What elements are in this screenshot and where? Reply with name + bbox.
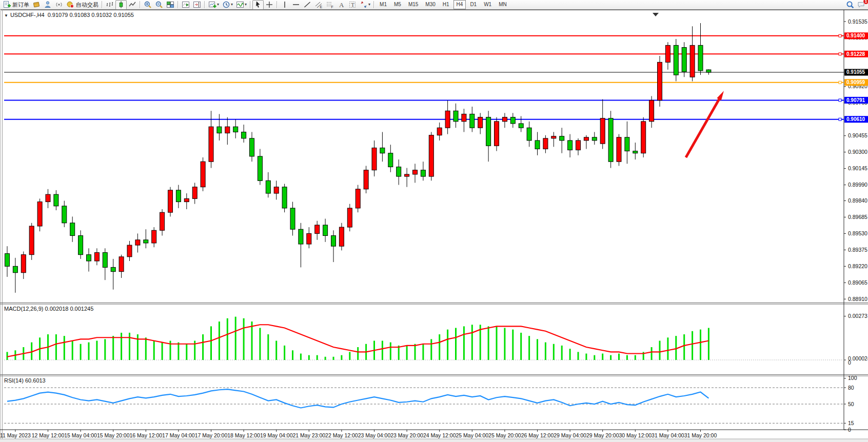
navigator-button[interactable] (42, 0, 53, 10)
profiles-dropdown[interactable]: ▾ (221, 0, 234, 10)
svg-text:100: 100 (848, 375, 857, 381)
svg-text:24 May 12:00: 24 May 12:00 (423, 432, 456, 438)
svg-text:0.90145: 0.90145 (848, 165, 867, 171)
chevron-down-icon[interactable]: ▾ (231, 3, 233, 7)
text-label-button[interactable]: T (347, 0, 358, 10)
chevron-down-icon[interactable]: ▾ (245, 3, 247, 7)
clock-icon (222, 1, 230, 9)
autotrade-icon (66, 1, 74, 9)
chart-background (0, 10, 868, 442)
svg-text:0.88910: 0.88910 (848, 296, 867, 302)
timeframe-button-h1[interactable]: H1 (440, 0, 452, 9)
timeframe-button-m1[interactable]: M1 (377, 0, 390, 9)
search-button[interactable] (844, 0, 856, 10)
toolbar-separator (373, 1, 374, 8)
svg-text:12 May 12:00: 12 May 12:00 (32, 432, 65, 438)
svg-text:0: 0 (848, 359, 851, 366)
svg-text:0.89375: 0.89375 (848, 247, 867, 253)
svg-text:E: E (320, 5, 323, 9)
svg-text:0.89530: 0.89530 (848, 230, 867, 236)
notifications-button[interactable]: 1 (856, 0, 867, 10)
signal-button[interactable] (53, 0, 65, 10)
line-chart-button[interactable] (127, 0, 138, 10)
notification-count-badge: 1 (863, 0, 868, 5)
svg-text:0.89840: 0.89840 (848, 197, 867, 204)
svg-text:0.91228: 0.91228 (846, 51, 865, 57)
svg-text:23 May 04:00: 23 May 04:00 (358, 432, 391, 438)
bars-icon (106, 1, 114, 9)
ohlc-open: 0.91079 (48, 12, 68, 18)
timeframe-button-d1[interactable]: D1 (467, 0, 480, 9)
timeframe-button-m15[interactable]: M15 (405, 0, 421, 9)
arrows-dropdown[interactable]: ▾ (358, 0, 372, 10)
svg-text:15: 15 (848, 420, 854, 426)
svg-text:26 May 12:00: 26 May 12:00 (521, 432, 554, 438)
chart-title: ▼USDCHF-,H4 0.91079 0.91083 0.91032 0.91… (4, 12, 134, 18)
chart-area[interactable]: 0.915350.913800.909200.907650.904550.903… (0, 10, 868, 442)
timeframe-button-w1[interactable]: W1 (481, 0, 495, 9)
autotrading-button-label: 自动交易 (76, 1, 98, 9)
candlestick-chart-button[interactable] (115, 0, 127, 10)
svg-text:0.000024: 0.000024 (848, 355, 868, 361)
toolbar-separator (102, 1, 103, 8)
main-toolbar: 新订单自动交易▾▾▾EFAT▾M1M5M15M30H1H4D1W1MN1 (0, 0, 868, 10)
crosshair-button[interactable] (264, 0, 275, 10)
svg-text:0.90300: 0.90300 (848, 149, 867, 155)
svg-text:29 May 04:00: 29 May 04:00 (554, 432, 586, 438)
macd-name: MACD(12,26,9) (4, 306, 43, 312)
chevron-down-icon[interactable]: ▾ (217, 3, 219, 7)
autotrading-button[interactable]: 自动交易 (65, 0, 100, 10)
tile-windows-button[interactable] (165, 0, 176, 10)
chartshift-icon (193, 1, 201, 9)
text-button[interactable]: A (336, 0, 347, 10)
trendline-button[interactable] (302, 0, 313, 10)
svg-text:15 May 20:00: 15 May 20:00 (97, 432, 130, 438)
svg-text:0.00273: 0.00273 (848, 313, 867, 319)
fibo-icon: F (326, 1, 334, 9)
market-watch-button[interactable] (31, 0, 42, 10)
zoom-out-button[interactable] (153, 0, 165, 10)
timeframe-button-m5[interactable]: M5 (391, 0, 404, 9)
vline-icon (281, 1, 289, 9)
timeframe-button-m30[interactable]: M30 (422, 0, 438, 9)
svg-text:21 May 23:00: 21 May 23:00 (292, 432, 325, 438)
arrows-icon (360, 1, 368, 9)
fibonacci-button[interactable]: F (324, 0, 336, 10)
svg-text:25 May 04:00: 25 May 04:00 (456, 432, 488, 438)
horizontal-line-button[interactable] (290, 0, 302, 10)
chart-symbol: USDCHF-,H4 (10, 12, 45, 18)
svg-text:17 May 04:00: 17 May 04:00 (162, 432, 195, 438)
svg-text:23 May 20:00: 23 May 20:00 (390, 432, 423, 438)
mt4-window: 新订单自动交易▾▾▾EFAT▾M1M5M15M30H1H4D1W1MN1 ▼US… (0, 0, 868, 442)
new-chart-dropdown[interactable]: ▾ (207, 0, 221, 10)
toolbar-group: 新订单自动交易 (1, 0, 100, 9)
toolbar-separator (250, 1, 251, 8)
equidistant-channel-button[interactable]: E (313, 0, 324, 10)
rsi-name: RSI(14) (4, 377, 24, 384)
zoomout-icon (155, 1, 163, 9)
cursor-button[interactable] (252, 0, 264, 10)
crosshair-icon (265, 1, 273, 9)
signal-icon (55, 1, 63, 9)
chart-menu-icon[interactable]: ▼ (4, 13, 8, 18)
svg-text:0.90959: 0.90959 (846, 79, 865, 85)
search-icon (846, 1, 854, 9)
svg-text:31 May 04:00: 31 May 04:00 (652, 432, 684, 438)
auto-scroll-button[interactable] (180, 0, 191, 10)
svg-text:30 May 12:00: 30 May 12:00 (619, 432, 652, 438)
svg-text:15 May 04:00: 15 May 04:00 (64, 432, 97, 438)
svg-text:0: 0 (848, 427, 851, 433)
timeframe-button-mn[interactable]: MN (496, 0, 510, 9)
zoom-in-button[interactable] (142, 0, 153, 10)
vertical-line-button[interactable] (279, 0, 290, 10)
new-order-button[interactable]: 新订单 (1, 0, 31, 10)
svg-text:22 May 12:00: 22 May 12:00 (325, 432, 358, 438)
templates-dropdown[interactable]: ▾ (234, 0, 248, 10)
chart-shift-button[interactable] (191, 0, 203, 10)
svg-text:0.89685: 0.89685 (848, 214, 867, 220)
hline-icon (292, 1, 300, 9)
chevron-down-icon[interactable]: ▾ (368, 3, 370, 7)
timeframe-button-h4[interactable]: H4 (453, 0, 466, 9)
bar-chart-button[interactable] (104, 0, 115, 10)
cursor-icon (254, 1, 262, 9)
